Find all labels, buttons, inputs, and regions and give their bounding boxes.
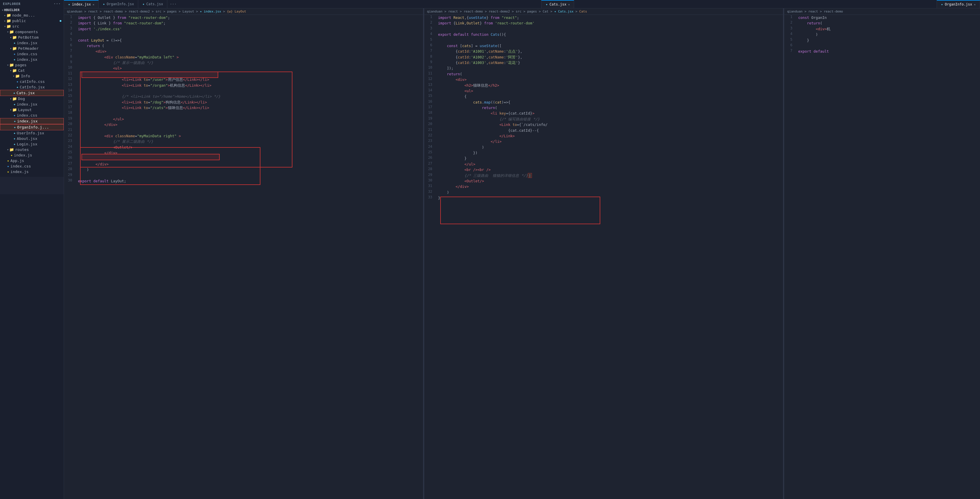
sidebar: EXPLORER ··· ▾ HBUILDER ▸ 📁 node_mo... ▸… [0,0,64,499]
table-row: 14 [64,88,423,94]
sidebar-item-petbottom[interactable]: ▾ 📁 PetBottom [0,35,64,40]
tab-bar: ✦ index.jsx ✕ ✦ OrganInfo.jsx ✦ Cats.jsx… [64,0,980,8]
tab-organinfo-jsx[interactable]: ✦ OrganInfo.jsx [99,0,138,8]
code-area-pane3[interactable]: 1 const OrganIn 2 return( 3 <div>机 [784,15,980,499]
tab-overflow-button[interactable]: ··· [167,0,179,8]
table-row: 12 <div> [424,77,783,82]
code-table-pane2: 1 import React,{useState} from "react"; … [424,15,783,201]
sidebar-item-layout-index[interactable]: ✦ index.jsx [0,118,64,124]
sidebar-item-index-css[interactable]: ✦ index.css [0,164,64,169]
sidebar-item-dog[interactable]: ▾ 📁 Dog [0,96,64,102]
sidebar-menu-icon[interactable]: ··· [54,2,61,6]
sidebar-item-catinfo-css[interactable]: ✦ catInfo.css [0,79,64,84]
close-button[interactable]: ✕ [974,3,976,6]
sidebar-item-pages[interactable]: ▾ 📁 pages [0,62,64,68]
table-row: 26 } [424,156,783,161]
table-row: 13 <h2>猫咪信息</h2> [424,83,783,88]
sidebar-item-cats-jsx[interactable]: ✦ Cats.jsx [0,90,64,96]
table-row: 21 {cat.catId}--{ [424,128,783,133]
sidebar-header: EXPLORER ··· [0,0,64,8]
breadcrumb-sep: > [576,10,579,13]
breadcrumb-sep: > [223,10,227,13]
jsx-icon: ✦ [546,2,547,6]
breadcrumb-symbol: {ω} LayOut [227,10,246,13]
table-row: 5 } [784,38,980,43]
sidebar-item-petheader-jsx[interactable]: ✦ index.jsx [0,57,64,62]
table-row: 30 <Outlet/> [424,178,783,184]
editor-pane-2: qianduan > react > react-demo > react-de… [424,8,784,499]
sidebar-item-catinfo-jsx[interactable]: ✦ CatInfo.jsx [0,84,64,90]
sidebar-item-routes-index[interactable]: ✦ index.js [0,153,64,158]
table-row: 5 [424,38,783,43]
sidebar-item-login[interactable]: ✦ Login.jsx [0,141,64,147]
sidebar-item-about[interactable]: ✦ About.jsx [0,136,64,141]
breadcrumb-symbol: Cats [579,10,587,13]
code-table-pane3: 1 const OrganIn 2 return( 3 <div>机 [784,15,980,54]
tab-cats-jsx-pane2[interactable]: ✦ Cats.jsx ✕ [541,0,574,8]
tab-index-jsx[interactable]: ✦ index.jsx ✕ [64,0,99,8]
table-row: 16 <li><Link to="/dog">狗狗信息</Link></li> [64,99,423,105]
table-row: 29 [64,173,423,178]
close-button[interactable]: ✕ [92,3,94,6]
tab-label: index.jsx [72,2,91,6]
jsx-icon: ✦ [142,2,144,6]
table-row: 23 </li> [424,139,783,144]
sidebar-root[interactable]: ▾ HBUILDER [0,8,64,13]
folder-icon: 📁 [6,13,11,17]
close-button[interactable]: ✕ [568,3,570,6]
table-row: 15 {/* <li><Link to="/home">Home</Link><… [64,94,423,99]
sidebar-item-petheader-css[interactable]: ✦ index.css [0,51,64,57]
sidebar-item-node-modules[interactable]: ▸ 📁 node_mo... [0,13,64,18]
tab-label: OrganInfo.jsx [945,2,972,6]
code-area-pane2[interactable]: 1 import React,{useState} from "react"; … [424,15,783,499]
code-area-pane1[interactable]: 1 import { Outlet } from "react-router-d… [64,15,423,499]
table-row: 16 cats.map((cat)=>{ [424,99,783,105]
sidebar-item-info[interactable]: ▾ 📁 Info [0,73,64,79]
sidebar-item-src[interactable]: ▾ 📁 src [0,24,64,29]
folder-icon: 📁 [12,68,17,73]
table-row: 22 </Link> [424,133,783,139]
sidebar-item-dog-index[interactable]: ✦ index.jsx [0,102,64,107]
sidebar-item-layout-css[interactable]: ✦ index.css [0,113,64,118]
sidebar-item-layout[interactable]: ▾ 📁 Layout [0,107,64,113]
sidebar-item-petheader[interactable]: ▾ 📁 PetHeader [0,46,64,51]
table-row: 21 [64,128,423,133]
sidebar-item-index-js[interactable]: ✦ index.js [0,169,64,175]
table-row: 8 {catId:'A1002',catName:'阿苦'}, [424,54,783,60]
sidebar-item-routes[interactable]: ▾ 📁 routes [0,147,64,153]
sidebar-item-organinfo[interactable]: ✦ OrganInfo.j... [0,124,64,130]
editor-pane-3: qianduan > react > react-demo 1 const Or… [784,8,980,499]
sidebar-item-components[interactable]: ▾ 📁 components [0,29,64,35]
table-row: 17 <li><Link to="/cats">猫咪信息</Link></li> [64,105,423,111]
sidebar-item-userinfo[interactable]: ✦ UserInfo.jsx [0,130,64,136]
table-row: 10 ]); [424,65,783,71]
folder-icon: 📁 [6,19,11,23]
sidebar-item-app-js[interactable]: ✦ App.js [0,158,64,164]
table-row: 12 <li><Link to="/user">用户信息</Link></li> [64,77,423,82]
jsx-icon: ✦ [941,2,943,6]
sidebar-item-public[interactable]: ▸ 📁 public [0,18,64,24]
table-row: 11 [64,71,423,77]
sidebar-header-icons[interactable]: ··· [54,2,61,6]
table-row: 23 {/* 展示二级路由 */} [64,139,423,144]
jsx-file-icon: ✦ [14,119,16,123]
sidebar-root-label: HBUILDER [4,8,19,12]
sidebar-item-cat[interactable]: ▾ 📁 Cat [0,68,64,73]
table-row: 10 <ul> [64,65,423,71]
table-row: 2 return( [784,21,980,26]
sidebar-item-petbottom-index[interactable]: ✦ index.jsx [0,40,64,46]
js-file-icon: ✦ [7,170,9,174]
folder-icon: 📁 [12,35,17,40]
table-row: 7 export default [784,49,980,54]
table-row: 3 import './index.css' [64,26,423,32]
jsx-icon: ✦ [68,2,70,6]
sidebar-bottom-panel [0,177,64,194]
table-row: 4 [64,32,423,37]
table-row: 27 </ul> [424,161,783,167]
tab-organinfo-pane3[interactable]: ✦ OrganInfo.jsx ✕ [937,0,980,8]
table-row: 27 </div> [64,161,423,167]
css-file-icon: ✦ [13,52,16,56]
breadcrumb-file: ✦ index.jsx [200,10,221,13]
tab-cats-jsx-1[interactable]: ✦ Cats.jsx [138,0,167,8]
table-row: 20 <Link to={`/cats/info/ [424,122,783,127]
